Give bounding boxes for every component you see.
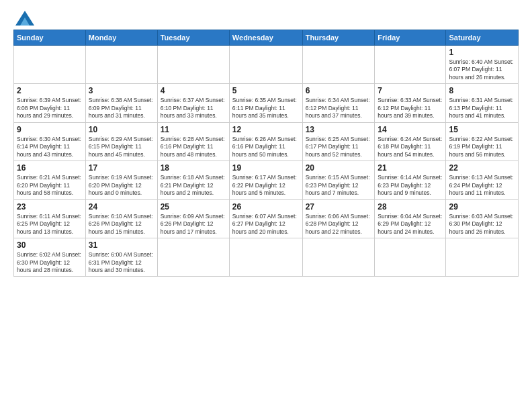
day-info: Sunrise: 6:26 AM Sunset: 6:16 PM Dayligh…: [232, 136, 300, 158]
calendar-cell: [302, 46, 375, 84]
day-number: 1: [449, 48, 515, 57]
day-number: 29: [449, 202, 515, 212]
calendar-cell: 17Sunrise: 6:19 AM Sunset: 6:20 PM Dayli…: [85, 161, 157, 199]
header: [13, 11, 519, 26]
calendar-cell: 11Sunrise: 6:28 AM Sunset: 6:16 PM Dayli…: [157, 122, 229, 161]
day-number: 12: [232, 125, 300, 134]
weekday-header-wednesday: Wednesday: [229, 30, 302, 46]
day-info: Sunrise: 6:22 AM Sunset: 6:19 PM Dayligh…: [449, 136, 515, 158]
calendar-cell: [157, 238, 229, 277]
calendar-cell: 30Sunrise: 6:02 AM Sunset: 6:30 PM Dayli…: [14, 238, 86, 277]
calendar-cell: [157, 46, 229, 84]
calendar-cell: 5Sunrise: 6:35 AM Sunset: 6:11 PM Daylig…: [229, 84, 302, 122]
day-info: Sunrise: 6:15 AM Sunset: 6:23 PM Dayligh…: [306, 174, 372, 197]
day-number: 17: [89, 163, 154, 173]
weekday-header-row: SundayMondayTuesdayWednesdayThursdayFrid…: [14, 30, 519, 46]
day-number: 3: [89, 86, 154, 95]
day-number: 4: [161, 86, 226, 95]
calendar-cell: [229, 238, 302, 277]
weekday-header-monday: Monday: [85, 30, 157, 46]
day-info: Sunrise: 6:31 AM Sunset: 6:13 PM Dayligh…: [449, 97, 515, 120]
day-info: Sunrise: 6:34 AM Sunset: 6:12 PM Dayligh…: [306, 97, 372, 120]
calendar-cell: 26Sunrise: 6:07 AM Sunset: 6:27 PM Dayli…: [229, 199, 302, 238]
calendar-cell: [229, 46, 302, 84]
calendar-week-2: 2Sunrise: 6:39 AM Sunset: 6:08 PM Daylig…: [14, 84, 519, 122]
calendar-week-4: 16Sunrise: 6:21 AM Sunset: 6:20 PM Dayli…: [14, 161, 519, 199]
day-info: Sunrise: 6:19 AM Sunset: 6:20 PM Dayligh…: [89, 174, 154, 197]
weekday-header-tuesday: Tuesday: [157, 30, 229, 46]
logo: [13, 11, 34, 26]
day-info: Sunrise: 6:07 AM Sunset: 6:27 PM Dayligh…: [232, 213, 300, 236]
calendar-cell: [375, 238, 446, 277]
weekday-header-sunday: Sunday: [14, 30, 86, 46]
calendar-cell: 27Sunrise: 6:06 AM Sunset: 6:28 PM Dayli…: [302, 199, 375, 238]
day-info: Sunrise: 6:18 AM Sunset: 6:21 PM Dayligh…: [161, 174, 226, 197]
day-number: 16: [17, 163, 83, 173]
day-number: 6: [306, 86, 372, 95]
calendar-cell: 1Sunrise: 6:40 AM Sunset: 6:07 PM Daylig…: [446, 46, 519, 84]
weekday-header-saturday: Saturday: [446, 30, 519, 46]
page: SundayMondayTuesdayWednesdayThursdayFrid…: [0, 0, 532, 411]
calendar-cell: 10Sunrise: 6:29 AM Sunset: 6:15 PM Dayli…: [85, 122, 157, 161]
calendar-cell: 20Sunrise: 6:15 AM Sunset: 6:23 PM Dayli…: [302, 161, 375, 199]
day-info: Sunrise: 6:21 AM Sunset: 6:20 PM Dayligh…: [17, 174, 83, 197]
calendar-cell: 6Sunrise: 6:34 AM Sunset: 6:12 PM Daylig…: [302, 84, 375, 122]
day-info: Sunrise: 6:33 AM Sunset: 6:12 PM Dayligh…: [378, 97, 443, 120]
calendar-week-1: 1Sunrise: 6:40 AM Sunset: 6:07 PM Daylig…: [14, 46, 519, 84]
day-info: Sunrise: 6:02 AM Sunset: 6:30 PM Dayligh…: [17, 251, 83, 274]
calendar-week-5: 23Sunrise: 6:11 AM Sunset: 6:25 PM Dayli…: [14, 199, 519, 238]
calendar-cell: 19Sunrise: 6:17 AM Sunset: 6:22 PM Dayli…: [229, 161, 302, 199]
day-info: Sunrise: 6:11 AM Sunset: 6:25 PM Dayligh…: [17, 213, 83, 236]
day-info: Sunrise: 6:38 AM Sunset: 6:09 PM Dayligh…: [89, 97, 154, 120]
day-number: 31: [89, 240, 154, 250]
day-info: Sunrise: 6:39 AM Sunset: 6:08 PM Dayligh…: [17, 97, 83, 120]
day-number: 20: [306, 163, 372, 173]
logo-area: [13, 11, 34, 26]
day-info: Sunrise: 6:30 AM Sunset: 6:14 PM Dayligh…: [17, 136, 83, 158]
day-info: Sunrise: 6:09 AM Sunset: 6:26 PM Dayligh…: [161, 213, 226, 236]
weekday-header-friday: Friday: [375, 30, 446, 46]
calendar-cell: 29Sunrise: 6:03 AM Sunset: 6:30 PM Dayli…: [446, 199, 519, 238]
calendar-cell: 13Sunrise: 6:25 AM Sunset: 6:17 PM Dayli…: [302, 122, 375, 161]
calendar-cell: 21Sunrise: 6:14 AM Sunset: 6:23 PM Dayli…: [375, 161, 446, 199]
day-number: 15: [449, 125, 515, 134]
day-number: 7: [378, 86, 443, 95]
calendar-cell: 28Sunrise: 6:04 AM Sunset: 6:29 PM Dayli…: [375, 199, 446, 238]
day-number: 5: [232, 86, 300, 95]
calendar-cell: 31Sunrise: 6:00 AM Sunset: 6:31 PM Dayli…: [85, 238, 157, 277]
day-info: Sunrise: 6:13 AM Sunset: 6:24 PM Dayligh…: [449, 174, 515, 197]
day-number: 23: [17, 202, 83, 212]
calendar-cell: 24Sunrise: 6:10 AM Sunset: 6:26 PM Dayli…: [85, 199, 157, 238]
calendar-cell: 22Sunrise: 6:13 AM Sunset: 6:24 PM Dayli…: [446, 161, 519, 199]
calendar-cell: 8Sunrise: 6:31 AM Sunset: 6:13 PM Daylig…: [446, 84, 519, 122]
calendar-cell: 23Sunrise: 6:11 AM Sunset: 6:25 PM Dayli…: [14, 199, 86, 238]
calendar-week-3: 9Sunrise: 6:30 AM Sunset: 6:14 PM Daylig…: [14, 122, 519, 161]
calendar-cell: 3Sunrise: 6:38 AM Sunset: 6:09 PM Daylig…: [85, 84, 157, 122]
day-number: 14: [378, 125, 443, 134]
calendar-cell: [14, 46, 86, 84]
calendar-week-6: 30Sunrise: 6:02 AM Sunset: 6:30 PM Dayli…: [14, 238, 519, 277]
day-number: 2: [17, 86, 83, 95]
day-info: Sunrise: 6:37 AM Sunset: 6:10 PM Dayligh…: [161, 97, 226, 120]
day-number: 22: [449, 163, 515, 173]
calendar-cell: 25Sunrise: 6:09 AM Sunset: 6:26 PM Dayli…: [157, 199, 229, 238]
calendar-cell: 12Sunrise: 6:26 AM Sunset: 6:16 PM Dayli…: [229, 122, 302, 161]
day-number: 19: [232, 163, 300, 173]
calendar-cell: 14Sunrise: 6:24 AM Sunset: 6:18 PM Dayli…: [375, 122, 446, 161]
day-number: 30: [17, 240, 83, 250]
day-number: 24: [89, 202, 154, 212]
calendar-cell: 2Sunrise: 6:39 AM Sunset: 6:08 PM Daylig…: [14, 84, 86, 122]
calendar-cell: 7Sunrise: 6:33 AM Sunset: 6:12 PM Daylig…: [375, 84, 446, 122]
logo-icon: [15, 11, 34, 26]
day-info: Sunrise: 6:35 AM Sunset: 6:11 PM Dayligh…: [232, 97, 300, 120]
day-number: 13: [306, 125, 372, 134]
day-number: 28: [378, 202, 443, 212]
calendar-cell: 15Sunrise: 6:22 AM Sunset: 6:19 PM Dayli…: [446, 122, 519, 161]
weekday-header-thursday: Thursday: [302, 30, 375, 46]
calendar-cell: [85, 46, 157, 84]
day-info: Sunrise: 6:17 AM Sunset: 6:22 PM Dayligh…: [232, 174, 300, 197]
day-number: 18: [161, 163, 226, 173]
calendar-cell: 4Sunrise: 6:37 AM Sunset: 6:10 PM Daylig…: [157, 84, 229, 122]
day-info: Sunrise: 6:04 AM Sunset: 6:29 PM Dayligh…: [378, 213, 443, 236]
day-info: Sunrise: 6:29 AM Sunset: 6:15 PM Dayligh…: [89, 136, 154, 158]
